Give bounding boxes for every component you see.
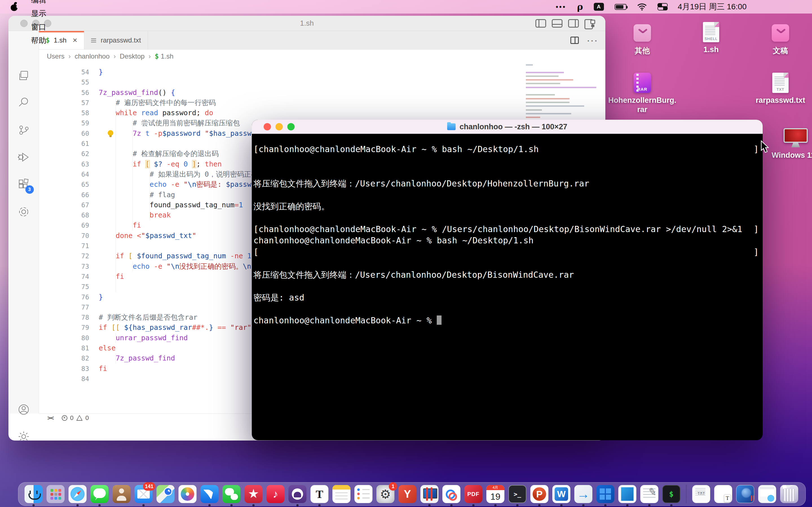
tab-rarpasswd[interactable]: rarpasswd.txt	[84, 31, 148, 49]
terminal-row	[253, 212, 761, 224]
dock-item-thunder[interactable]	[200, 485, 218, 503]
dock-item-trash[interactable]	[780, 485, 798, 503]
indent-guide	[133, 128, 133, 138]
dock-item-contacts[interactable]	[112, 485, 131, 503]
search-icon[interactable]	[17, 96, 31, 109]
dock-item-finder[interactable]	[24, 485, 43, 503]
indent-guide	[150, 190, 150, 200]
remote-indicator-icon[interactable]: ><	[47, 414, 53, 421]
line-number: 75	[39, 282, 89, 292]
safari-icon	[68, 485, 87, 503]
indent-guide	[150, 200, 150, 210]
toggle-panel-icon[interactable]	[552, 19, 562, 27]
source-control-icon[interactable]	[17, 123, 31, 137]
dock-item-wunderlist[interactable]	[245, 485, 262, 503]
wifi-icon[interactable]	[637, 3, 647, 10]
dock-item-pdf-expert[interactable]: PDF	[464, 485, 483, 503]
terminal-content[interactable]: [chanlonhoo@chanlondeMacBook-Air ~ % bas…	[252, 134, 763, 326]
run-debug-icon[interactable]	[17, 151, 31, 164]
dock-item-wechat[interactable]	[222, 485, 241, 503]
dock-item-min-safari[interactable]	[758, 485, 776, 503]
vscode-titlebar[interactable]: 1.sh	[8, 16, 605, 31]
dock-item-github[interactable]	[289, 485, 306, 503]
dock-item-rings[interactable]	[442, 485, 460, 503]
customize-layout-icon[interactable]	[585, 19, 595, 27]
breadcrumb-file[interactable]: $ 1.sh	[155, 52, 174, 60]
dock-item-vscode[interactable]	[618, 485, 637, 503]
token-cm: # 遍历密码文件中的每一行密码	[116, 99, 216, 107]
input-source-icon[interactable]: A	[594, 3, 604, 11]
terminal-titlebar[interactable]: chanlonhoo — -zsh — 100×27	[252, 120, 763, 134]
dock-item-safari[interactable]	[68, 485, 87, 503]
token-nm: 0	[184, 160, 188, 168]
desktop-icon-1.sh[interactable]: SHELL1.sh	[677, 22, 745, 54]
dock-item-launchpad[interactable]	[47, 485, 64, 503]
settings-gear-icon[interactable]	[17, 430, 31, 441]
indent-guide	[133, 190, 133, 200]
minimize-button[interactable]	[275, 123, 283, 130]
dock-item-min-txt[interactable]: TXT	[692, 485, 710, 503]
breadcrumb-item[interactable]: Desktop	[120, 52, 145, 60]
explorer-icon[interactable]	[17, 69, 31, 82]
split-editor-icon[interactable]	[570, 37, 579, 44]
apple-menu-icon[interactable]	[11, 3, 18, 11]
menu-item-显示[interactable]: 显示	[23, 7, 56, 20]
dock-item-word[interactable]	[552, 485, 570, 503]
warnings-icon	[77, 415, 83, 421]
dock-item-iterm[interactable]: $	[662, 485, 680, 503]
dock-item-min-typora[interactable]	[714, 485, 732, 503]
dock-item-calendar[interactable]: 4月19	[486, 485, 504, 503]
control-center-icon[interactable]	[658, 3, 667, 10]
menu-item-帮助[interactable]: 帮助	[23, 34, 56, 47]
toggle-sidebar-icon[interactable]	[536, 19, 546, 27]
toggle-secondary-sidebar-icon[interactable]	[568, 19, 579, 27]
desktop-icon-HohenzollernBurg.-rar[interactable]: RARHohenzollernBurg. rar	[608, 73, 676, 114]
zoom-button[interactable]	[287, 123, 295, 130]
line-number: 66	[39, 190, 89, 200]
desktop-icon-其他[interactable]: 其他	[608, 23, 676, 55]
dock-item-settings[interactable]: ⚙1	[376, 485, 395, 503]
menu-clock[interactable]: 4月19日 周三 16:00	[678, 1, 747, 12]
quick-fix-lightbulb-icon[interactable]	[108, 130, 113, 136]
terminal-row	[253, 166, 761, 178]
paragon-icon[interactable]: ρ	[577, 1, 583, 12]
line-number: 58	[39, 108, 89, 118]
menu-item-窗口[interactable]: 窗口	[23, 20, 56, 34]
desktop-icon-label: 文稿	[773, 46, 788, 55]
more-menu-icon[interactable]: •••	[556, 3, 566, 11]
tab-close-icon[interactable]: ×	[73, 36, 77, 45]
dock-item-min-parallels[interactable]	[736, 485, 754, 503]
dock-item-messages[interactable]	[91, 485, 109, 503]
battery-icon[interactable]	[615, 4, 626, 10]
dock-item-maps[interactable]	[156, 485, 174, 503]
token-kw: =	[235, 201, 239, 209]
dock-item-windows11[interactable]	[596, 485, 614, 503]
extensions-icon[interactable]: 3	[17, 178, 31, 191]
close-button[interactable]	[264, 123, 271, 130]
menu-item-编辑[interactable]: 编辑	[23, 0, 56, 7]
breadcrumb-item[interactable]: Users	[47, 52, 64, 60]
running-indicator	[582, 504, 585, 506]
line-number: 73	[39, 262, 89, 272]
chatgpt-extension-icon[interactable]	[17, 205, 31, 219]
dock-item-typora[interactable]: T	[310, 485, 328, 503]
dock-item-reminders[interactable]	[354, 485, 372, 503]
breadcrumb-item[interactable]: chanlonhoo	[75, 52, 110, 60]
dock-item-music[interactable]: ♪	[266, 485, 285, 503]
more-actions-icon[interactable]: ···	[587, 35, 598, 46]
dock-item-terminal[interactable]: >_	[508, 485, 526, 503]
dock-item-textedit[interactable]	[640, 485, 658, 503]
dock-item-git[interactable]: Y	[398, 485, 416, 503]
dock-item-mail[interactable]: 141	[135, 485, 153, 503]
accounts-icon[interactable]	[17, 403, 31, 416]
desktop-icon-rarpasswd.txt[interactable]: TXTrarpasswd.txt	[747, 73, 812, 105]
dock-item-parallels[interactable]	[420, 485, 439, 503]
dock-item-notes[interactable]	[333, 485, 350, 503]
line-number: 79	[39, 323, 89, 333]
dock-item-photos[interactable]	[179, 485, 197, 503]
dock-item-powerpoint[interactable]	[530, 485, 548, 503]
dock-item-transfer[interactable]: →	[574, 485, 592, 503]
problems-indicator[interactable]: 0 0	[62, 414, 89, 421]
desktop-icon-文稿[interactable]: 文稿	[747, 23, 812, 55]
line-number: 61	[39, 138, 89, 149]
